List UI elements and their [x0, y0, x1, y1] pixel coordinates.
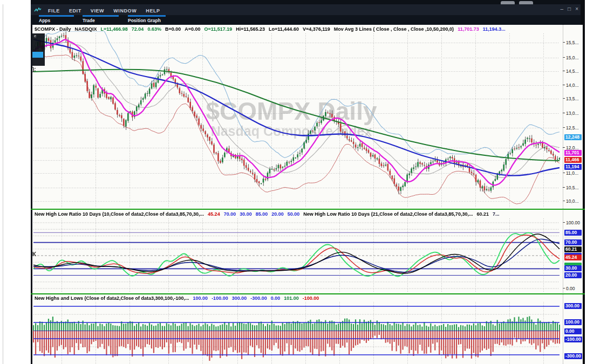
header-segment: -100.00: [212, 296, 228, 301]
price-axis[interactable]: 15,5...15,0...14,5...14,0...13,5...13,0.…: [563, 25, 583, 364]
header-segment: 45.24: [208, 211, 220, 217]
header-segment: L=11,466.98: [101, 26, 128, 32]
header-segment: O=11,517.19: [204, 26, 232, 32]
header-segment: 72.04: [132, 26, 144, 32]
header-segment: 100.00: [193, 296, 208, 301]
minimize-button[interactable]: –: [561, 5, 564, 13]
header-segment: 300.00: [232, 296, 247, 301]
axis-tick-label: 11,0...: [566, 170, 578, 176]
cutoff-panel-strip: e: [32, 33, 45, 66]
axis-tick-label: 15,5...: [566, 40, 579, 45]
menu-items: FILEEDITVIEWWINDOWHELP: [48, 5, 169, 15]
header-segment: 0.00: [271, 296, 281, 301]
main-chart-header: $COMPX - DailyNASDQIXL=11,466.9872.040.6…: [35, 26, 559, 32]
axis-value-chip: -100.00: [564, 336, 582, 342]
indicator-panel-header: New High Low Ratio 10 Days (10,Close of …: [35, 211, 559, 217]
header-segment: NASDQIX: [75, 26, 97, 32]
axis-value-chip: 11,194: [564, 164, 582, 170]
tab-bar: AppsTradePosition Graph: [31, 15, 585, 25]
panel-separator: [31, 293, 585, 294]
menu-item-file[interactable]: FILE: [48, 8, 60, 13]
header-segment: New Highs and Lows (Close of data2,Close…: [35, 296, 189, 301]
axis-tick-label: 100.00: [566, 220, 580, 225]
axis-value-chip: 300.00: [564, 303, 582, 309]
header-segment: A=0.00: [185, 26, 200, 32]
header-segment: 20.00: [271, 211, 284, 217]
header-segment: New High Low Ratio 10 Days (10,Close of …: [35, 211, 204, 217]
tab-trade[interactable]: Trade: [83, 15, 119, 26]
cutoff-text: K: [32, 251, 36, 257]
axis-value-chip: 20.00: [564, 272, 582, 278]
axis-tick-label: 10,0...: [566, 198, 579, 204]
axis-value-chip: 11,701: [564, 150, 582, 156]
header-segment: -300.00: [250, 296, 267, 301]
header-segment: New High Low Ratio 10 Days (21,Close of …: [303, 211, 473, 217]
tab-apps[interactable]: Apps: [39, 15, 74, 26]
menu-item-window[interactable]: WINDOW: [113, 8, 137, 13]
axis-value-chip: 11,466: [564, 157, 582, 163]
axis-value-chip: 100.00: [564, 319, 582, 325]
axis-value-chip: 45.24: [564, 255, 582, 260]
axis-tick-label: 12,5...: [566, 125, 579, 131]
axis-value-chip: -300.00: [564, 353, 582, 359]
header-segment: -100.00: [303, 296, 319, 301]
page-border-line: [3, 4, 3, 364]
menu-item-edit[interactable]: EDIT: [69, 8, 81, 13]
axis-tick-label: 14,5...: [566, 68, 579, 74]
header-segment: 11,194.3...: [483, 26, 506, 32]
header-segment: V=4,376,119: [303, 26, 330, 32]
axis-tick-label: 13,5...: [566, 96, 579, 101]
axis-tick-label: 0.00: [566, 286, 575, 291]
axis-value-chip: 30.00: [564, 265, 582, 271]
menu-item-help[interactable]: HELP: [146, 8, 160, 13]
header-segment: 60.21: [476, 211, 489, 217]
axis-value-chip: 70.00: [564, 239, 582, 245]
cutoff-text: ):: [32, 66, 36, 72]
axis-tick-label: 15,0...: [566, 55, 579, 60]
close-button[interactable]: ×: [575, 5, 578, 13]
restore-button[interactable]: □: [568, 5, 571, 13]
menu-bar: FILEEDITVIEWWINDOWHELP –□×: [31, 4, 585, 15]
histogram-panel-header: New Highs and Lows (Close of data2,Close…: [35, 296, 559, 301]
axis-tick-label: 13,0...: [566, 111, 579, 116]
header-segment: 85.00: [256, 211, 268, 217]
axis-chip-sliver: [564, 236, 582, 239]
header-segment: 30.00: [240, 211, 252, 217]
header-segment: Hi=11,565.23: [236, 26, 265, 32]
header-segment: $COMPX - Daily: [35, 26, 71, 32]
header-segment: 11,701.73: [458, 26, 479, 32]
axis-value-chip: 85.00: [564, 230, 582, 236]
cutoff-axis-chip: [32, 52, 43, 58]
app-window: FILEEDITVIEWWINDOWHELP –□× AppsTradePosi…: [31, 0, 585, 364]
axis-value-chip: 60.21: [564, 246, 582, 252]
header-segment: Mov Avg 3 Lines ( Close , Close , Close …: [334, 26, 454, 32]
header-segment: 0.63%: [147, 26, 161, 32]
window-top-strip: [31, 0, 585, 4]
page-background: FILEEDITVIEWWINDOWHELP –□× AppsTradePosi…: [0, 0, 614, 364]
header-segment: 70.00: [224, 211, 236, 217]
header-segment: B=0.00: [165, 26, 181, 32]
panel-separator: [31, 209, 585, 210]
axis-tick-label: 10,5...: [566, 185, 579, 190]
axis-tick-label: 14,0...: [566, 83, 579, 88]
chart-area: $COMPX - DailyNASDQIXL=11,466.9872.040.6…: [31, 25, 582, 364]
tab-position-graph[interactable]: Position Graph: [128, 15, 166, 26]
menu-item-view[interactable]: VIEW: [91, 8, 104, 13]
header-segment: 50.00: [288, 211, 300, 217]
window-controls: –□×: [561, 5, 578, 13]
app-logo-icon: [34, 7, 42, 13]
axis-value-chip: 0.00: [564, 328, 582, 334]
header-segment: Lo=11,444.60: [269, 26, 299, 32]
header-segment: 101.00: [284, 296, 299, 301]
header-segment: 7...: [493, 211, 500, 217]
price-chart-canvas[interactable]: [32, 25, 561, 364]
axis-value-chip: 12,248: [564, 134, 582, 140]
